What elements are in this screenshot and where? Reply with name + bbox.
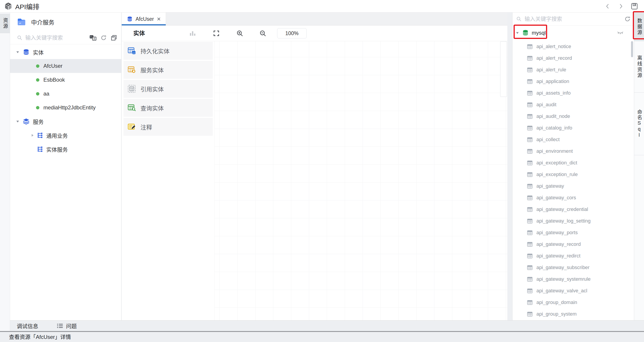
tree-item-mediahttp2jdbcentity[interactable]: mediaHttp2JdbcEntity: [10, 101, 121, 114]
datasource-search-input[interactable]: [524, 16, 624, 22]
table-row[interactable]: api_gateway_systemrule: [512, 273, 634, 285]
table-name: api_collect: [536, 137, 560, 142]
refresh-icon[interactable]: [100, 34, 107, 41]
table-dashed-icon: [128, 84, 136, 93]
table-row[interactable]: api_audit_node: [512, 110, 634, 122]
palette-item-query-entity[interactable]: 查询实体: [124, 99, 213, 117]
datasource-name: mysql: [532, 30, 546, 36]
table-row[interactable]: api_group_domain: [512, 296, 634, 308]
table-row[interactable]: api_application: [512, 76, 634, 87]
problems-button[interactable]: 问题: [66, 322, 77, 330]
collapse-all-icon[interactable]: [110, 34, 117, 41]
sidebar-header: 中介服务: [10, 12, 121, 31]
table-row[interactable]: api_group_system: [512, 308, 634, 320]
table-row[interactable]: api_catalog_info: [512, 122, 634, 134]
status-dot-icon: [36, 92, 39, 96]
palette-item-reference-entity[interactable]: 引用实体: [124, 80, 213, 98]
table-row[interactable]: api_gateway_valve_acl: [512, 285, 634, 296]
sidebar-search-input[interactable]: [25, 35, 90, 41]
close-icon[interactable]: [156, 17, 161, 21]
table-icon: [527, 311, 533, 317]
table-name: api_gateway_ports: [536, 230, 578, 236]
editor-tabbar: AfcUser: [122, 12, 507, 26]
table-row[interactable]: api_gateway_subscriber: [512, 262, 634, 273]
table-row[interactable]: api_gateway_redirct: [512, 250, 634, 262]
table-row[interactable]: api_gateway_record: [512, 238, 634, 250]
back-button[interactable]: [604, 2, 611, 10]
forward-button[interactable]: [617, 2, 625, 10]
caret-down-icon: [16, 50, 20, 54]
tab-label: AfcUser: [136, 16, 154, 22]
table-name: api_gateway_record: [536, 241, 581, 247]
right-tool-strip: 数据源 离线资源 命名Sql: [634, 12, 644, 331]
tree-group-service[interactable]: 服务: [10, 114, 121, 128]
list-icon: [56, 323, 63, 329]
table-name: api_exception_rule: [536, 172, 578, 177]
table-row[interactable]: api_audit: [512, 99, 634, 110]
palette-item-service-entity[interactable]: 服务实体: [124, 61, 213, 79]
save-button[interactable]: [630, 2, 638, 10]
note-pencil-icon: [128, 122, 136, 131]
tree-group-label: 实体: [33, 48, 44, 56]
table-row[interactable]: api_alert_rule: [512, 64, 634, 76]
table-name: api_gateway_log_setting: [536, 218, 590, 224]
bottom-bar: 调试信息 问题: [10, 320, 644, 331]
table-icon: [527, 264, 533, 271]
tree-item-general-business[interactable]: 通用业务: [10, 128, 121, 142]
tree-item-esbbook[interactable]: EsbBook: [10, 73, 121, 87]
zoom-out-icon[interactable]: [259, 30, 266, 37]
tree-group-entity[interactable]: 实体: [10, 45, 121, 59]
tab-offline-resources[interactable]: 离线资源: [634, 41, 644, 92]
eye-closed-icon[interactable]: [617, 30, 624, 36]
table-row[interactable]: api_environment: [512, 146, 634, 157]
table-row[interactable]: api_gateway_ports: [512, 227, 634, 238]
datasource-node-mysql[interactable]: mysql: [512, 26, 634, 40]
tree-item-entity-service[interactable]: 实体服务: [10, 142, 121, 156]
table-icon: [527, 183, 533, 189]
table-icon: [527, 55, 533, 61]
debug-info-button[interactable]: 调试信息: [17, 322, 38, 330]
table-icon: [527, 276, 533, 282]
palette-item-persistent-entity[interactable]: 持久化实体: [124, 42, 213, 60]
canvas-vertical-scrollbar[interactable]: [500, 42, 507, 97]
table-row[interactable]: api_collect: [512, 134, 634, 146]
table-row[interactable]: api_gateway_cors: [512, 192, 634, 204]
table-name: api_gateway_redirct: [536, 253, 580, 259]
table-row[interactable]: api_exception_dict: [512, 157, 634, 169]
zoom-level-display[interactable]: 100%: [277, 28, 307, 38]
tree-item-afcuser[interactable]: AfcUser: [10, 59, 121, 73]
panel-scrollbar[interactable]: [631, 41, 633, 57]
tree-item-label: mediaHttp2JdbcEntity: [44, 104, 96, 111]
table-list: api_alert_notice api_alert_record: [512, 40, 634, 320]
table-name: api_audit_node: [536, 114, 570, 119]
table-row[interactable]: api_alert_record: [512, 52, 634, 64]
fit-screen-icon[interactable]: [213, 30, 220, 37]
table-row[interactable]: api_alert_notice: [512, 41, 634, 52]
palette-item-label: 注释: [140, 123, 152, 131]
table-icon: [527, 206, 533, 212]
palette-item-label: 查询实体: [140, 104, 164, 112]
tab-named-sql[interactable]: 命名Sql: [634, 92, 644, 155]
table-name: api_gateway_credential: [536, 206, 588, 212]
table-name: api_gateway_cors: [536, 195, 576, 201]
table-icon: [527, 114, 533, 120]
palette-item-annotation[interactable]: 注释: [124, 118, 213, 136]
tab-resources[interactable]: 资源: [0, 14, 10, 33]
translate-icon[interactable]: En 文: [90, 34, 97, 41]
table-row[interactable]: api_gateway_credential: [512, 204, 634, 215]
table-name: api_application: [536, 78, 569, 84]
zoom-in-icon[interactable]: [236, 30, 243, 37]
bar-chart-icon[interactable]: [189, 30, 196, 37]
table-icon: [527, 241, 533, 248]
svg-text:文: 文: [93, 37, 96, 40]
resource-sidebar: 中介服务 En 文: [10, 12, 122, 320]
tab-afcuser[interactable]: AfcUser: [122, 12, 166, 26]
tab-datasource[interactable]: 数据源: [634, 12, 644, 41]
table-row[interactable]: api_assets_info: [512, 87, 634, 99]
table-row[interactable]: api_exception_rule: [512, 169, 634, 180]
table-row[interactable]: api_gateway: [512, 180, 634, 192]
tree-item-aa[interactable]: aa: [10, 87, 121, 101]
table-row[interactable]: api_gateway_log_setting: [512, 215, 634, 227]
table-name: api_gateway_valve_acl: [536, 288, 588, 294]
refresh-icon[interactable]: [624, 16, 631, 22]
